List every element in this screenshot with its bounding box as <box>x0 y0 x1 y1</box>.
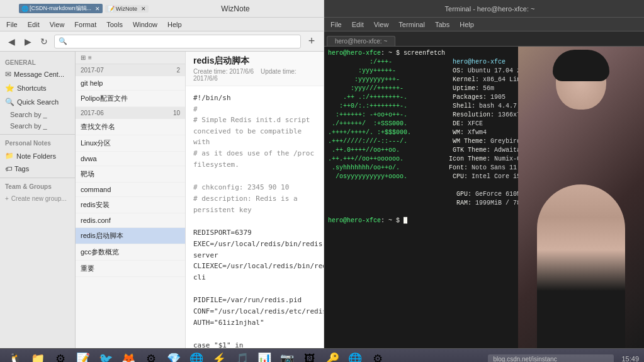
note-group-2017-07: 2017-07 2 <box>76 64 185 76</box>
note-meta: Create time: 2017/6/6 Update time: 2017/… <box>193 68 316 82</box>
terminal-menu-edit[interactable]: Edit <box>348 21 368 28</box>
note-item-git-help[interactable]: git help <box>76 76 185 91</box>
sidebar-item-message-center[interactable]: ✉ Message Cent... <box>0 67 75 81</box>
note-item-polipo[interactable]: Polipo配置文件 <box>76 91 185 107</box>
taskbar-app-twitter[interactable]: 🐦 <box>96 349 116 362</box>
taskbar-app-crystal[interactable]: 💎 <box>164 349 184 362</box>
menu-tools[interactable]: Tools <box>103 21 127 28</box>
sidebar-item-quick-search[interactable]: 🔍 Quick Search <box>0 95 75 109</box>
general-section-header: General <box>0 57 75 67</box>
code-line-13: case "$1" in <box>193 340 316 348</box>
person-hair <box>553 50 609 81</box>
note-item-important[interactable]: 重要 <box>76 261 185 277</box>
note-item-dvwa[interactable]: dvwa <box>76 152 185 166</box>
note-item-linux-partition[interactable]: Linux分区 <box>76 135 185 152</box>
menu-window[interactable]: Window <box>129 21 161 28</box>
menu-format[interactable]: Format <box>71 21 100 28</box>
terminal-tab-1[interactable]: hero@hero-xfce: ~ <box>327 36 395 46</box>
sidebar-divider-1 <box>0 134 75 135</box>
nav-refresh-button[interactable]: ↻ <box>38 35 50 48</box>
terminal-menu-tabs[interactable]: Tabs <box>431 21 453 28</box>
taskbar-app-music[interactable]: 🎵 <box>232 349 252 362</box>
code-line-11: CONF="/usr/local/redis/etc/redis.conf" <box>193 306 316 317</box>
taskbar-app-firefox[interactable]: 🦊 <box>118 349 138 362</box>
terminal-titlebar: Terminal - hero@hero-xfce: ~ <box>324 0 644 18</box>
terminal-content: hero@hero-xfce: ~ $ screenfetch :/+++- h… <box>324 47 644 348</box>
sidebar-item-tags[interactable]: 🏷 Tags <box>0 162 75 175</box>
nav-back-button[interactable]: ◀ <box>5 35 18 48</box>
menu-file[interactable]: File <box>3 21 21 28</box>
taskbar-app-gallery[interactable]: 🖼 <box>300 349 320 362</box>
taskbar-url-bar[interactable]: blog.csdn.net/isinstanc <box>488 354 614 363</box>
taskbar-app-settings[interactable]: ⚙ <box>50 349 71 362</box>
note-item-target[interactable]: 靶场 <box>76 166 185 183</box>
code-line-9: CLIEXEC=/usr/local/redis/bin/redis-cli <box>193 261 316 283</box>
terminal-menubar: File Edit View Terminal Tabs Help <box>324 18 644 31</box>
taskbar-app-linux[interactable]: 🐧 <box>5 349 25 362</box>
sidebar-item-search-by-1[interactable]: Search by _ <box>0 109 75 120</box>
tab-close-wiznote[interactable]: ✕ <box>141 6 146 12</box>
note-item-redis-startup[interactable]: redis启动脚本 <box>76 228 185 244</box>
code-line-2: # <box>193 104 316 115</box>
terminal-menu-help[interactable]: Help <box>456 21 478 28</box>
note-group-2017-06: 2017-06 10 <box>76 107 185 119</box>
search-icon: 🔍 <box>59 37 67 45</box>
taskbar-app-chrome[interactable]: 🌐 <box>186 349 206 362</box>
menu-edit[interactable]: Edit <box>24 21 43 28</box>
search-input[interactable]: 🔍 <box>54 35 301 48</box>
note-item-redis-install[interactable]: redis安装 <box>76 197 185 213</box>
note-list: ⊞ ≡ 2017-07 2 git help Polipo配置文件 2017-0 <box>76 52 186 348</box>
taskbar-app-gear[interactable]: ⚙ <box>141 349 161 362</box>
menu-view[interactable]: View <box>46 21 69 28</box>
terminal-output[interactable]: hero@hero-xfce: ~ $ screenfetch :/+++- h… <box>324 47 518 348</box>
menu-help[interactable]: Help <box>164 21 186 28</box>
note-item-gcc[interactable]: gcc参数概览 <box>76 244 185 261</box>
team-groups-header: Team & Groups <box>0 181 75 193</box>
taskbar-app-editor[interactable]: 📝 <box>73 349 93 362</box>
sidebar-item-create-group[interactable]: + Create new group... <box>0 193 75 205</box>
code-line-5: # chkconfig: 2345 90 10 <box>193 182 316 193</box>
sidebar-item-note-folders[interactable]: 📁 Note Folders <box>0 149 75 162</box>
code-line-12: AUTH="61iz1njhal" <box>193 317 316 329</box>
note-item-command[interactable]: command <box>76 183 185 197</box>
terminal-menu-view[interactable]: View <box>370 21 393 28</box>
list-view-icon[interactable]: ≡ <box>88 54 92 61</box>
wiznote-menubar: File Edit View Format Tools Window Help <box>0 18 324 31</box>
sidebar-item-shortcuts[interactable]: ⭐ Shortcuts <box>0 81 75 95</box>
taskbar-app-browser2[interactable]: 🌐 <box>345 349 365 362</box>
note-editor-header: redis启动脚本 Create time: 2017/6/6 Update t… <box>186 52 324 86</box>
wiznote-titlebar: 🌐 [CSDN-markdown编辑... ✕ 📝 WizNote ✕ WizN… <box>0 0 324 18</box>
taskbar-app-stats[interactable]: 📊 <box>254 349 274 362</box>
note-list-header: ⊞ ≡ <box>76 52 185 64</box>
terminal-menu-file[interactable]: File <box>327 21 346 28</box>
add-note-button[interactable]: + <box>305 35 319 48</box>
note-item-find-file[interactable]: 查找文件名 <box>76 119 185 135</box>
sidebar-item-search-by-2[interactable]: Search by _ <box>0 120 75 132</box>
nav-forward-button[interactable]: ▶ <box>21 35 34 48</box>
personal-notes-header: Personal Notes <box>0 137 75 149</box>
grid-view-icon[interactable]: ⊞ <box>81 54 86 61</box>
tab-csdn[interactable]: 🌐 [CSDN-markdown编辑... ✕ <box>19 4 103 13</box>
add-icon: + <box>5 195 9 202</box>
wiznote-toolbar: ◀ ▶ ↻ 🔍 + <box>0 31 324 52</box>
taskbar-app-key[interactable]: 🔑 <box>322 349 342 362</box>
code-line-10: PIDFILE=/var/run/redis.pid <box>193 295 316 306</box>
sidebar-navigation: General ✉ Message Cent... ⭐ Shortcuts 🔍 … <box>0 52 76 348</box>
terminal-menu-terminal[interactable]: Terminal <box>395 21 429 28</box>
taskbar-app-files[interactable]: 📁 <box>28 349 48 362</box>
folder-icon: 📁 <box>5 152 14 160</box>
search-icon: 🔍 <box>5 98 14 106</box>
note-editor[interactable]: redis启动脚本 Create time: 2017/6/6 Update t… <box>186 52 324 348</box>
note-title: redis启动脚本 <box>193 55 316 67</box>
tab-wiznote[interactable]: 📝 WizNote ✕ <box>105 5 149 13</box>
terminal-title: Terminal - hero@hero-xfce: ~ <box>341 5 639 13</box>
taskbar-app-camera[interactable]: 📷 <box>277 349 297 362</box>
tab-close-csdn[interactable]: ✕ <box>95 6 100 12</box>
note-item-redis-conf[interactable]: redis.conf <box>76 213 185 228</box>
message-icon: ✉ <box>5 70 11 79</box>
taskbar-app-config[interactable]: ⚙ <box>368 349 388 362</box>
taskbar-app-lightning[interactable]: ⚡ <box>209 349 229 362</box>
terminal-background-image <box>518 47 644 348</box>
code-line-6: # description: Redis is a persistent key <box>193 193 316 215</box>
code-line-1: #!/bin/sh <box>193 93 316 104</box>
